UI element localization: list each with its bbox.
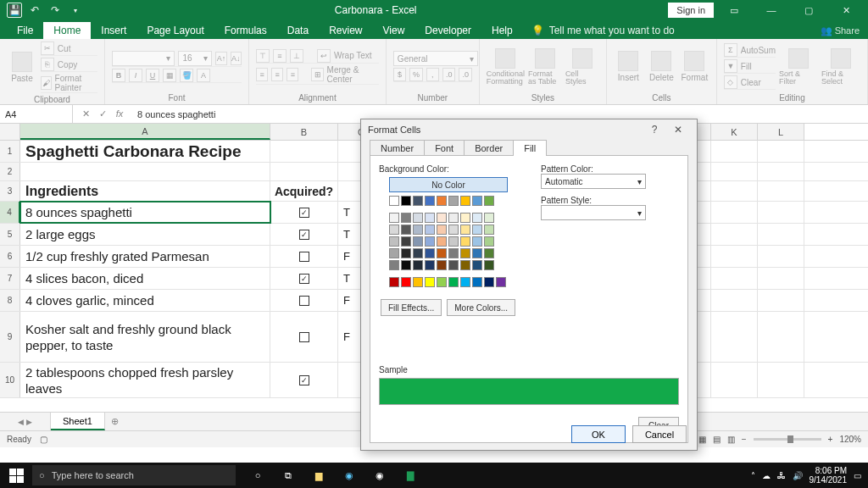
view-pagebreak-icon[interactable]: ▥ <box>727 435 735 444</box>
undo-icon[interactable]: ↶ <box>27 3 42 18</box>
color-swatch[interactable] <box>460 236 470 247</box>
row-header[interactable]: 3 <box>0 181 20 201</box>
tab-review[interactable]: Review <box>319 22 372 39</box>
delete-cells-button[interactable]: Delete <box>647 42 676 92</box>
cell[interactable] <box>758 163 804 180</box>
cell[interactable] <box>270 290 338 311</box>
cell[interactable]: ✓ <box>270 224 338 245</box>
format-as-table-button[interactable]: Format as Table <box>528 42 562 92</box>
color-swatch[interactable] <box>472 213 482 223</box>
color-swatch[interactable] <box>413 196 423 206</box>
cell[interactable] <box>758 268 804 289</box>
sort-filter-button[interactable]: Sort & Filter <box>779 42 818 92</box>
cell[interactable] <box>711 363 758 397</box>
dialog-tab-number[interactable]: Number <box>370 140 425 156</box>
row-header[interactable]: 5 <box>0 224 20 245</box>
tab-insert[interactable]: Insert <box>91 22 136 39</box>
sheet-nav[interactable]: ◀ ▶ <box>0 413 51 430</box>
cell[interactable] <box>270 141 338 162</box>
dialog-tab-border[interactable]: Border <box>464 140 514 156</box>
cell[interactable]: Spaghetti Carbonara Recipe <box>20 141 270 162</box>
cell[interactable]: ✓ <box>270 268 338 289</box>
cell[interactable] <box>711 268 758 289</box>
row-header[interactable]: 6 <box>0 246 20 267</box>
color-swatch[interactable] <box>472 236 482 247</box>
cell[interactable] <box>758 141 804 162</box>
ok-button[interactable]: OK <box>571 425 626 443</box>
tab-file[interactable]: File <box>7 22 43 39</box>
cell[interactable] <box>711 246 758 267</box>
row-header[interactable]: 4 <box>0 202 20 223</box>
taskbar-search[interactable]: ○Type here to search <box>32 465 236 485</box>
border-button[interactable]: ▦ <box>163 69 176 82</box>
color-swatch[interactable] <box>413 277 423 287</box>
color-swatch[interactable] <box>413 213 423 223</box>
save-icon[interactable]: 💾 <box>7 3 22 18</box>
tray-notifications-icon[interactable]: ▭ <box>854 471 861 480</box>
cell[interactable]: 2 large eggs <box>20 224 270 245</box>
font-family-select[interactable]: ▾ <box>112 51 175 66</box>
zoom-in-icon[interactable]: + <box>828 435 833 444</box>
color-swatch[interactable] <box>448 248 459 258</box>
bold-button[interactable]: B <box>112 69 125 82</box>
color-swatch[interactable] <box>472 225 482 235</box>
cell[interactable] <box>711 290 758 311</box>
row-header[interactable]: 9 <box>0 312 20 362</box>
color-swatch[interactable] <box>460 213 470 223</box>
task-excel-icon[interactable]: ▇ <box>395 463 426 488</box>
sheet-tab[interactable]: Sheet1 <box>51 413 105 430</box>
color-swatch[interactable] <box>425 196 435 206</box>
fill-effects-button[interactable]: Fill Effects... <box>381 299 442 316</box>
tab-developer[interactable]: Developer <box>415 22 481 39</box>
dialog-tab-font[interactable]: Font <box>424 140 465 156</box>
cell[interactable] <box>758 202 804 223</box>
dialog-close-icon[interactable]: ✕ <box>666 124 690 136</box>
increase-decimal-icon[interactable]: .0 <box>442 68 455 81</box>
color-swatch[interactable] <box>448 225 459 235</box>
cell[interactable]: Kosher salt and freshly ground black pep… <box>20 312 270 362</box>
tab-page-layout[interactable]: Page Layout <box>136 22 214 39</box>
cell[interactable] <box>711 202 758 223</box>
cell[interactable] <box>270 163 338 180</box>
dialog-tab-fill[interactable]: Fill <box>513 140 547 156</box>
zoom-level[interactable]: 120% <box>839 435 861 444</box>
tray-onedrive-icon[interactable]: ☁ <box>762 471 771 480</box>
color-swatch[interactable] <box>401 236 411 247</box>
color-swatch[interactable] <box>425 213 435 223</box>
cell[interactable]: 4 slices bacon, diced <box>20 268 270 289</box>
color-swatch[interactable] <box>460 248 470 258</box>
cancel-formula-icon[interactable]: ✕ <box>80 108 92 119</box>
insert-cells-button[interactable]: Insert <box>614 42 643 92</box>
color-swatch[interactable] <box>484 260 494 270</box>
color-swatch[interactable] <box>425 236 435 247</box>
paste-button[interactable]: Paste <box>7 42 37 93</box>
tab-data[interactable]: Data <box>277 22 319 39</box>
color-swatch[interactable] <box>413 248 423 258</box>
ribbon-display-icon[interactable]: ▭ <box>717 0 751 20</box>
tell-me[interactable]: 💡Tell me what you want to do <box>523 22 683 39</box>
task-view-icon[interactable]: ⧉ <box>273 463 303 488</box>
zoom-slider[interactable] <box>754 438 821 441</box>
color-swatch[interactable] <box>448 260 459 270</box>
percent-icon[interactable]: % <box>409 68 422 81</box>
color-swatch[interactable] <box>437 236 447 247</box>
italic-button[interactable]: I <box>129 69 142 82</box>
column-header[interactable]: A <box>20 124 270 140</box>
format-painter-button[interactable]: 🖌Format Painter <box>41 74 97 93</box>
color-swatch[interactable] <box>401 225 411 235</box>
font-color-button[interactable]: A <box>197 69 210 82</box>
color-swatch[interactable] <box>448 277 459 287</box>
start-button[interactable] <box>0 463 32 488</box>
cell[interactable]: 4 cloves garlic, minced <box>20 290 270 311</box>
row-header[interactable]: 10 <box>0 363 20 397</box>
autosum-button[interactable]: ΣAutoSum <box>724 43 776 58</box>
color-swatch[interactable] <box>425 225 435 235</box>
currency-icon[interactable]: $ <box>393 68 406 81</box>
pattern-color-select[interactable]: Automatic▾ <box>541 174 646 189</box>
align-bottom-icon[interactable]: ⊥ <box>290 49 303 63</box>
column-header[interactable]: B <box>270 124 338 140</box>
format-cells-button[interactable]: Format <box>680 42 709 92</box>
tab-help[interactable]: Help <box>481 22 523 39</box>
fx-icon[interactable]: fx <box>114 108 125 119</box>
color-swatch[interactable] <box>401 248 411 258</box>
